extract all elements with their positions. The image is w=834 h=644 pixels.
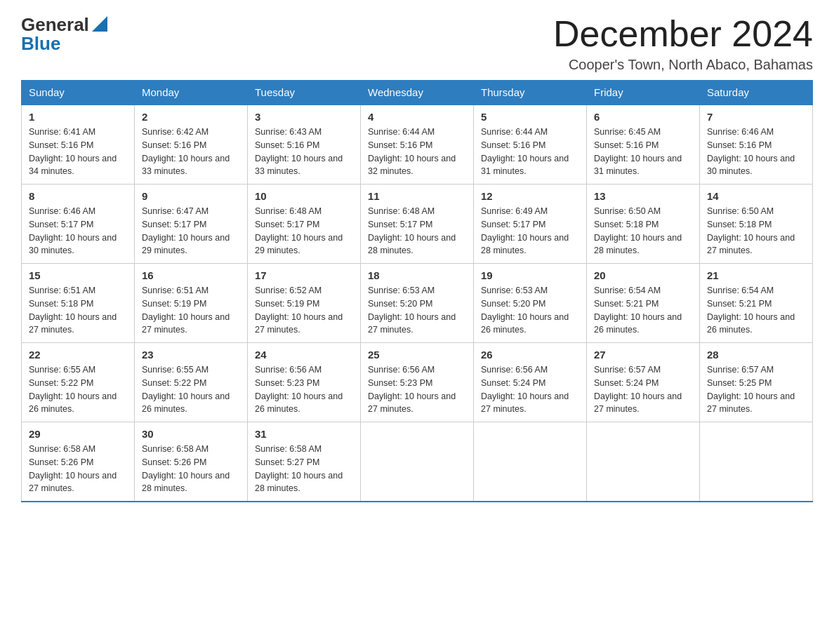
day-info: Sunrise: 6:42 AMSunset: 5:16 PMDaylight:… xyxy=(142,126,240,178)
day-number: 23 xyxy=(142,349,240,361)
day-info: Sunrise: 6:57 AMSunset: 5:25 PMDaylight:… xyxy=(707,363,805,416)
day-number: 3 xyxy=(255,111,353,123)
day-info: Sunrise: 6:51 AMSunset: 5:18 PMDaylight:… xyxy=(29,284,127,337)
day-info: Sunrise: 6:58 AMSunset: 5:26 PMDaylight:… xyxy=(29,443,127,495)
day-info: Sunrise: 6:50 AMSunset: 5:18 PMDaylight:… xyxy=(707,205,805,257)
day-info: Sunrise: 6:53 AMSunset: 5:20 PMDaylight:… xyxy=(368,284,466,337)
day-info: Sunrise: 6:52 AMSunset: 5:19 PMDaylight:… xyxy=(255,284,353,337)
logo: General Blue xyxy=(21,14,107,55)
svg-marker-0 xyxy=(92,16,107,32)
page-header: General Blue December 2024 Cooper's Town… xyxy=(21,14,813,73)
day-info: Sunrise: 6:45 AMSunset: 5:16 PMDaylight:… xyxy=(594,126,692,178)
day-info: Sunrise: 6:56 AMSunset: 5:23 PMDaylight:… xyxy=(255,363,353,416)
day-number: 13 xyxy=(594,190,692,202)
calendar-week-3: 15Sunrise: 6:51 AMSunset: 5:18 PMDayligh… xyxy=(22,264,813,343)
table-row: 29Sunrise: 6:58 AMSunset: 5:26 PMDayligh… xyxy=(22,422,135,502)
table-row: 11Sunrise: 6:48 AMSunset: 5:17 PMDayligh… xyxy=(361,185,474,264)
table-row: 30Sunrise: 6:58 AMSunset: 5:26 PMDayligh… xyxy=(135,422,248,502)
day-info: Sunrise: 6:56 AMSunset: 5:24 PMDaylight:… xyxy=(481,363,579,416)
day-info: Sunrise: 6:56 AMSunset: 5:23 PMDaylight:… xyxy=(368,363,466,416)
day-number: 18 xyxy=(368,269,466,281)
col-thursday: Thursday xyxy=(474,81,587,105)
day-info: Sunrise: 6:50 AMSunset: 5:18 PMDaylight:… xyxy=(594,205,692,257)
day-number: 17 xyxy=(255,269,353,281)
day-info: Sunrise: 6:49 AMSunset: 5:17 PMDaylight:… xyxy=(481,205,579,257)
day-number: 22 xyxy=(29,349,127,361)
table-row: 1Sunrise: 6:41 AMSunset: 5:16 PMDaylight… xyxy=(22,105,135,185)
day-number: 14 xyxy=(707,190,805,202)
col-monday: Monday xyxy=(135,81,248,105)
col-tuesday: Tuesday xyxy=(248,81,361,105)
day-number: 16 xyxy=(142,269,240,281)
logo-blue-text: Blue xyxy=(21,33,60,55)
day-number: 27 xyxy=(594,349,692,361)
day-number: 26 xyxy=(481,349,579,361)
day-number: 6 xyxy=(594,111,692,123)
table-row: 14Sunrise: 6:50 AMSunset: 5:18 PMDayligh… xyxy=(700,185,813,264)
day-number: 30 xyxy=(142,428,240,440)
table-row: 21Sunrise: 6:54 AMSunset: 5:21 PMDayligh… xyxy=(700,264,813,343)
table-row: 18Sunrise: 6:53 AMSunset: 5:20 PMDayligh… xyxy=(361,264,474,343)
table-row: 16Sunrise: 6:51 AMSunset: 5:19 PMDayligh… xyxy=(135,264,248,343)
day-number: 21 xyxy=(707,269,805,281)
weekday-header-row: Sunday Monday Tuesday Wednesday Thursday… xyxy=(22,81,813,105)
table-row: 28Sunrise: 6:57 AMSunset: 5:25 PMDayligh… xyxy=(700,343,813,422)
table-row: 9Sunrise: 6:47 AMSunset: 5:17 PMDaylight… xyxy=(135,185,248,264)
day-info: Sunrise: 6:44 AMSunset: 5:16 PMDaylight:… xyxy=(368,126,466,178)
location-subtitle: Cooper's Town, North Abaco, Bahamas xyxy=(553,57,813,73)
calendar-week-4: 22Sunrise: 6:55 AMSunset: 5:22 PMDayligh… xyxy=(22,343,813,422)
day-number: 8 xyxy=(29,190,127,202)
col-friday: Friday xyxy=(587,81,700,105)
calendar-week-5: 29Sunrise: 6:58 AMSunset: 5:26 PMDayligh… xyxy=(22,422,813,502)
day-number: 25 xyxy=(368,349,466,361)
day-number: 9 xyxy=(142,190,240,202)
day-number: 31 xyxy=(255,428,353,440)
day-info: Sunrise: 6:51 AMSunset: 5:19 PMDaylight:… xyxy=(142,284,240,337)
table-row: 31Sunrise: 6:58 AMSunset: 5:27 PMDayligh… xyxy=(248,422,361,502)
title-section: December 2024 Cooper's Town, North Abaco… xyxy=(553,14,813,73)
table-row: 27Sunrise: 6:57 AMSunset: 5:24 PMDayligh… xyxy=(587,343,700,422)
day-number: 15 xyxy=(29,269,127,281)
calendar-week-1: 1Sunrise: 6:41 AMSunset: 5:16 PMDaylight… xyxy=(22,105,813,185)
table-row: 17Sunrise: 6:52 AMSunset: 5:19 PMDayligh… xyxy=(248,264,361,343)
day-info: Sunrise: 6:54 AMSunset: 5:21 PMDaylight:… xyxy=(594,284,692,337)
table-row: 12Sunrise: 6:49 AMSunset: 5:17 PMDayligh… xyxy=(474,185,587,264)
day-number: 24 xyxy=(255,349,353,361)
table-row: 20Sunrise: 6:54 AMSunset: 5:21 PMDayligh… xyxy=(587,264,700,343)
table-row: 24Sunrise: 6:56 AMSunset: 5:23 PMDayligh… xyxy=(248,343,361,422)
table-row: 10Sunrise: 6:48 AMSunset: 5:17 PMDayligh… xyxy=(248,185,361,264)
day-info: Sunrise: 6:46 AMSunset: 5:17 PMDaylight:… xyxy=(29,205,127,257)
day-info: Sunrise: 6:48 AMSunset: 5:17 PMDaylight:… xyxy=(368,205,466,257)
day-info: Sunrise: 6:57 AMSunset: 5:24 PMDaylight:… xyxy=(594,363,692,416)
day-info: Sunrise: 6:46 AMSunset: 5:16 PMDaylight:… xyxy=(707,126,805,178)
logo-triangle-icon xyxy=(92,16,107,32)
calendar-week-2: 8Sunrise: 6:46 AMSunset: 5:17 PMDaylight… xyxy=(22,185,813,264)
table-row: 5Sunrise: 6:44 AMSunset: 5:16 PMDaylight… xyxy=(474,105,587,185)
table-row: 25Sunrise: 6:56 AMSunset: 5:23 PMDayligh… xyxy=(361,343,474,422)
day-number: 5 xyxy=(481,111,579,123)
table-row: 2Sunrise: 6:42 AMSunset: 5:16 PMDaylight… xyxy=(135,105,248,185)
day-info: Sunrise: 6:58 AMSunset: 5:27 PMDaylight:… xyxy=(255,443,353,495)
day-info: Sunrise: 6:55 AMSunset: 5:22 PMDaylight:… xyxy=(142,363,240,416)
day-number: 29 xyxy=(29,428,127,440)
table-row: 26Sunrise: 6:56 AMSunset: 5:24 PMDayligh… xyxy=(474,343,587,422)
day-number: 4 xyxy=(368,111,466,123)
day-number: 19 xyxy=(481,269,579,281)
table-row: 13Sunrise: 6:50 AMSunset: 5:18 PMDayligh… xyxy=(587,185,700,264)
day-number: 7 xyxy=(707,111,805,123)
day-number: 10 xyxy=(255,190,353,202)
table-row xyxy=(361,422,474,502)
col-saturday: Saturday xyxy=(700,81,813,105)
month-title: December 2024 xyxy=(553,14,813,54)
table-row xyxy=(587,422,700,502)
day-info: Sunrise: 6:43 AMSunset: 5:16 PMDaylight:… xyxy=(255,126,353,178)
table-row: 22Sunrise: 6:55 AMSunset: 5:22 PMDayligh… xyxy=(22,343,135,422)
col-wednesday: Wednesday xyxy=(361,81,474,105)
calendar-table: Sunday Monday Tuesday Wednesday Thursday… xyxy=(21,80,813,502)
day-info: Sunrise: 6:55 AMSunset: 5:22 PMDaylight:… xyxy=(29,363,127,416)
table-row: 19Sunrise: 6:53 AMSunset: 5:20 PMDayligh… xyxy=(474,264,587,343)
table-row: 3Sunrise: 6:43 AMSunset: 5:16 PMDaylight… xyxy=(248,105,361,185)
table-row: 7Sunrise: 6:46 AMSunset: 5:16 PMDaylight… xyxy=(700,105,813,185)
table-row: 4Sunrise: 6:44 AMSunset: 5:16 PMDaylight… xyxy=(361,105,474,185)
day-info: Sunrise: 6:58 AMSunset: 5:26 PMDaylight:… xyxy=(142,443,240,495)
